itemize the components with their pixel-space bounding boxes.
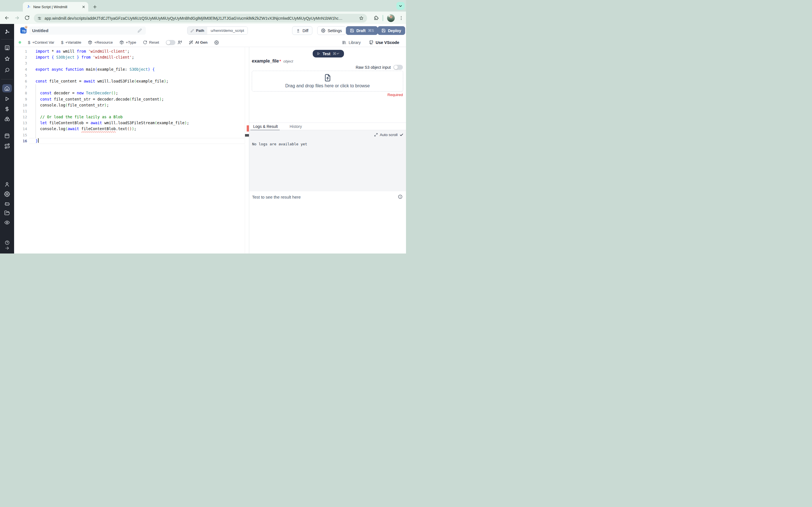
windmill-logo[interactable] (0, 29, 14, 35)
file-dropzone[interactable]: Drag and drop files here or click to bro… (252, 71, 403, 92)
overview-ruler-cursor-mark (245, 134, 249, 136)
code-line[interactable]: export async function main(example_file:… (36, 66, 189, 72)
code-line[interactable] (36, 72, 189, 78)
sidebar-item-flows[interactable] (0, 143, 14, 149)
sidebar-item-users[interactable] (0, 182, 14, 187)
code-line[interactable]: console.log(await fileContentBlob.text()… (36, 126, 189, 132)
sidebar-item-search[interactable] (0, 67, 14, 73)
editor-settings-button[interactable] (214, 40, 219, 45)
tab-close-icon[interactable] (82, 5, 86, 9)
sidebar-item-apps[interactable] (0, 45, 14, 51)
code-line[interactable]: // Or load the file lazily as a Blob (36, 114, 189, 120)
url-text[interactable]: app.windmill.dev/scripts/add#JTdCJTIyaGF… (45, 16, 356, 20)
raw-s3-row: Raw S3 object input (356, 65, 403, 70)
sidebar-item-variables[interactable] (0, 106, 14, 112)
code-line[interactable]: import * as wmill from 'windmill-client'… (36, 48, 189, 54)
path-label[interactable]: Path (188, 27, 207, 34)
multiplayer-toggle[interactable] (166, 40, 175, 45)
reset-label: Reset (149, 40, 159, 45)
sidebar-item-audit-logs[interactable] (0, 220, 14, 225)
auto-scroll-control[interactable]: Auto scroll (374, 133, 403, 137)
draft-label: Draft (356, 29, 366, 33)
code-line[interactable] (36, 84, 189, 90)
back-button[interactable] (2, 15, 12, 20)
logs-area: Auto scroll No logs are available yet (249, 130, 406, 191)
boxes-icon (4, 116, 10, 122)
script-title: Untitled (32, 28, 49, 33)
sidebar-item-workers[interactable] (0, 201, 14, 207)
code-editor[interactable]: 12345678910111213141516 import * as wmil… (14, 47, 249, 253)
dollar-icon: $ (61, 40, 63, 45)
code-line[interactable]: } (36, 138, 189, 144)
code-line[interactable]: const file_content = await wmill.loadS3F… (36, 78, 189, 84)
play-icon (4, 96, 10, 102)
code-line[interactable] (36, 108, 189, 114)
forward-button[interactable] (12, 15, 22, 20)
sidebar-item-home[interactable] (0, 86, 14, 91)
dropzone-text: Drag and drop files here or click to bro… (285, 83, 370, 89)
browser-menu-icon[interactable] (399, 15, 404, 20)
sidebar-item-help[interactable] (0, 240, 14, 245)
sidebar-item-runs[interactable] (0, 96, 14, 102)
reset-button[interactable]: Reset (143, 40, 159, 45)
code-line[interactable] (36, 132, 189, 138)
tab-history[interactable]: History (290, 124, 302, 129)
sidebar-item-schedules[interactable] (0, 133, 14, 138)
draft-button[interactable]: Draft⌘S (346, 26, 378, 35)
library-button[interactable]: Library (342, 40, 361, 45)
site-settings-icon[interactable] (37, 16, 42, 20)
app-sidebar (0, 24, 14, 253)
add-type-button[interactable]: +Type (119, 40, 136, 45)
browser-tab[interactable]: New Script | Windmill (23, 2, 88, 11)
use-vscode-button[interactable]: Use VScode (369, 40, 399, 45)
profile-avatar[interactable] (387, 14, 395, 22)
tab-logs-result[interactable]: Logs & Result (253, 124, 278, 129)
sidebar-divider (1, 39, 13, 40)
sidebar-item-favorites[interactable] (0, 56, 14, 62)
result-placeholder: Test to see the result here (252, 194, 301, 200)
path-label-text: Path (196, 29, 204, 33)
code-line[interactable]: console.log(file_content_str); (36, 102, 189, 108)
sidebar-item-folders[interactable] (0, 210, 14, 216)
required-asterisk: * (280, 59, 281, 63)
required-badge: Required (388, 93, 403, 97)
bookmark-star-icon[interactable] (359, 16, 364, 20)
path-group[interactable]: Path u/henri/demo_script (187, 26, 248, 35)
editor-line-numbers: 12345678910111213141516 (14, 48, 27, 144)
code-line[interactable]: const file_content_str = decoder.decode(… (36, 96, 189, 102)
extensions-icon[interactable] (373, 15, 378, 20)
dollar-icon: $ (28, 40, 30, 45)
text-cursor (38, 138, 39, 143)
address-bar[interactable]: app.windmill.dev/scripts/add#JTdCJTIyaGF… (34, 14, 367, 22)
library-label: Library (349, 40, 361, 45)
pencil-icon (191, 29, 194, 33)
diff-button[interactable]: Diff (292, 26, 312, 35)
sidebar-expand-button[interactable] (0, 246, 14, 250)
code-line[interactable]: import { S3Object } from 'windmill-clien… (36, 54, 189, 60)
ai-gen-button[interactable]: AI Gen (189, 40, 207, 45)
add-variable-button[interactable]: $+Variable (61, 40, 82, 45)
code-line[interactable] (36, 60, 189, 66)
edit-title-pencil-icon[interactable] (138, 29, 142, 33)
script-title-input[interactable]: Untitled (29, 26, 146, 35)
new-tab-button[interactable] (91, 3, 99, 11)
add-context-var-button[interactable]: $+Context Var (28, 40, 54, 45)
reload-button[interactable] (22, 15, 32, 20)
language-label: TS (22, 30, 26, 33)
add-resource-button[interactable]: +Resource (88, 40, 113, 45)
sidebar-item-resources[interactable] (0, 116, 14, 122)
settings-label: Settings (327, 29, 342, 33)
settings-button[interactable]: Settings (317, 26, 346, 35)
deploy-button[interactable]: Deploy (377, 26, 405, 35)
info-icon[interactable] (398, 194, 403, 199)
path-value[interactable]: u/henri/demo_script (207, 27, 248, 34)
code-line[interactable]: let fileContentBlob = await wmill.loadS3… (36, 120, 189, 126)
route-icon (4, 143, 10, 149)
editor-code[interactable]: import * as wmill from 'windmill-client'… (36, 48, 189, 144)
file-upload-icon (324, 74, 332, 82)
code-line[interactable]: const decoder = new TextDecoder(); (36, 90, 189, 96)
raw-s3-toggle[interactable] (393, 65, 403, 70)
tab-search-chevron-button[interactable] (396, 2, 405, 10)
sidebar-item-settings[interactable] (0, 191, 14, 197)
test-button[interactable]: Test ⌘↵ (313, 50, 344, 57)
